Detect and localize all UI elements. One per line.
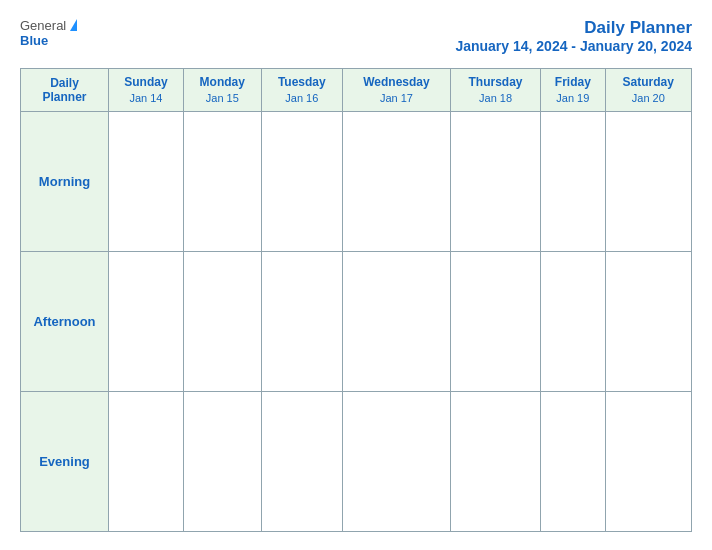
afternoon-thursday-cell[interactable] <box>450 251 540 391</box>
day-date-tuesday: Jan 16 <box>266 91 338 105</box>
column-header-row: DailyPlanner Sunday Jan 14 Monday Jan 15… <box>21 69 692 112</box>
evening-row: Evening <box>21 391 692 531</box>
logo-general-text: General <box>20 18 66 33</box>
evening-monday-cell[interactable] <box>183 391 261 531</box>
evening-friday-cell[interactable] <box>541 391 605 531</box>
evening-label: Evening <box>21 391 109 531</box>
afternoon-row: Afternoon <box>21 251 692 391</box>
afternoon-saturday-cell[interactable] <box>605 251 691 391</box>
day-name-monday: Monday <box>188 75 257 91</box>
col-saturday: Saturday Jan 20 <box>605 69 691 112</box>
day-name-wednesday: Wednesday <box>347 75 446 91</box>
morning-tuesday-cell[interactable] <box>261 111 342 251</box>
afternoon-monday-cell[interactable] <box>183 251 261 391</box>
date-range: January 14, 2024 - January 20, 2024 <box>455 38 692 54</box>
evening-wednesday-cell[interactable] <box>342 391 450 531</box>
morning-saturday-cell[interactable] <box>605 111 691 251</box>
evening-saturday-cell[interactable] <box>605 391 691 531</box>
header: General Blue Daily Planner January 14, 2… <box>20 18 692 54</box>
morning-friday-cell[interactable] <box>541 111 605 251</box>
morning-wednesday-cell[interactable] <box>342 111 450 251</box>
logo-area: General Blue <box>20 18 77 48</box>
evening-tuesday-cell[interactable] <box>261 391 342 531</box>
morning-thursday-cell[interactable] <box>450 111 540 251</box>
main-title: Daily Planner <box>455 18 692 38</box>
logo-text: General <box>20 18 77 33</box>
morning-monday-cell[interactable] <box>183 111 261 251</box>
day-name-saturday: Saturday <box>610 75 687 91</box>
day-name-friday: Friday <box>545 75 600 91</box>
calendar-table: DailyPlanner Sunday Jan 14 Monday Jan 15… <box>20 68 692 532</box>
day-date-saturday: Jan 20 <box>610 91 687 105</box>
col-tuesday: Tuesday Jan 16 <box>261 69 342 112</box>
col-thursday: Thursday Jan 18 <box>450 69 540 112</box>
morning-row: Morning <box>21 111 692 251</box>
logo-triangle-icon <box>70 19 77 31</box>
morning-label: Morning <box>21 111 109 251</box>
day-name-tuesday: Tuesday <box>266 75 338 91</box>
col-sunday: Sunday Jan 14 <box>109 69 184 112</box>
afternoon-tuesday-cell[interactable] <box>261 251 342 391</box>
day-date-thursday: Jan 18 <box>455 91 536 105</box>
title-area: Daily Planner January 14, 2024 - January… <box>455 18 692 54</box>
afternoon-wednesday-cell[interactable] <box>342 251 450 391</box>
day-name-thursday: Thursday <box>455 75 536 91</box>
afternoon-friday-cell[interactable] <box>541 251 605 391</box>
day-date-friday: Jan 19 <box>545 91 600 105</box>
col-wednesday: Wednesday Jan 17 <box>342 69 450 112</box>
evening-sunday-cell[interactable] <box>109 391 184 531</box>
page: General Blue Daily Planner January 14, 2… <box>0 0 712 550</box>
evening-thursday-cell[interactable] <box>450 391 540 531</box>
day-date-sunday: Jan 14 <box>113 91 179 105</box>
morning-sunday-cell[interactable] <box>109 111 184 251</box>
col-friday: Friday Jan 19 <box>541 69 605 112</box>
afternoon-sunday-cell[interactable] <box>109 251 184 391</box>
logo-blue-text: Blue <box>20 33 48 48</box>
col-monday: Monday Jan 15 <box>183 69 261 112</box>
afternoon-label: Afternoon <box>21 251 109 391</box>
day-date-wednesday: Jan 17 <box>347 91 446 105</box>
daily-planner-col-label: DailyPlanner <box>42 76 86 104</box>
day-date-monday: Jan 15 <box>188 91 257 105</box>
col-header-label: DailyPlanner <box>21 69 109 112</box>
day-name-sunday: Sunday <box>113 75 179 91</box>
